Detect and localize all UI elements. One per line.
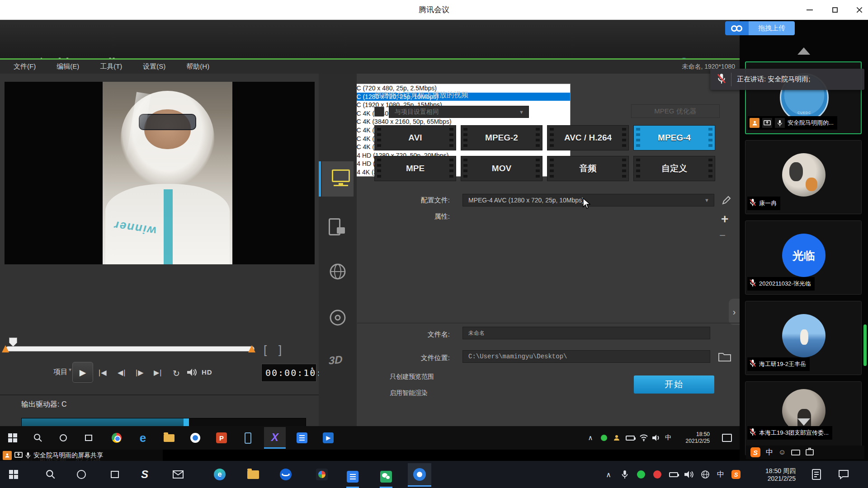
shared-edge-app[interactable]: e — [134, 429, 152, 447]
emoji-button[interactable]: ☺ — [778, 448, 786, 456]
shared-cortana-button[interactable] — [54, 429, 72, 447]
format-mpeg4[interactable]: MPEG-4 — [633, 125, 715, 150]
tray-notes[interactable] — [807, 465, 826, 483]
cortana-button[interactable] — [72, 465, 90, 483]
tray-music-app[interactable] — [648, 465, 666, 483]
mail-app[interactable] — [169, 465, 187, 483]
project-mode-dropdown-icon[interactable]: ▾ — [69, 366, 71, 373]
shared-powerpoint-app[interactable]: P — [212, 429, 231, 447]
skip-start-button[interactable]: |◀ — [99, 368, 107, 377]
add-profile-button[interactable]: + — [721, 212, 728, 226]
category-disc[interactable] — [329, 309, 347, 328]
browse-folder-icon[interactable] — [718, 351, 731, 362]
mark-in-button[interactable]: [ — [264, 343, 267, 357]
volume-button[interactable] — [187, 368, 197, 378]
maximize-button[interactable] — [828, 5, 842, 15]
same-as-project-checkbox[interactable] — [374, 107, 384, 117]
format-mpeg2[interactable]: MPEG-2 — [461, 125, 542, 150]
repeat-button[interactable]: ↻ — [173, 368, 180, 379]
participant-tile[interactable]: 海工研19-2王丰岳 — [745, 301, 862, 375]
shared-films-app[interactable]: ▶ — [319, 429, 337, 447]
start-button[interactable] — [5, 465, 23, 483]
search-button[interactable] — [42, 465, 60, 483]
shared-taskview-button[interactable] — [80, 429, 98, 447]
sogou-icon: S — [731, 470, 741, 479]
shared-start-button[interactable] — [4, 429, 22, 447]
windows-logo-icon — [8, 433, 17, 442]
same-as-project-dropdown[interactable]: 与项目设置相同 ▼ — [389, 106, 529, 118]
category-device[interactable] — [329, 218, 340, 235]
action-center-button[interactable] — [835, 465, 853, 483]
netdisk-app[interactable] — [277, 465, 295, 483]
remove-profile-button[interactable]: − — [719, 229, 726, 242]
timecode-up-icon[interactable]: ▲ — [310, 366, 314, 370]
format-audio[interactable]: 音频 — [547, 156, 629, 181]
frame-back-button[interactable]: ◀| — [118, 368, 126, 377]
clock[interactable]: 18:50 周四 2021/2/25 — [745, 467, 796, 483]
collapse-down-button[interactable] — [797, 426, 810, 434]
filename-field[interactable]: 未命名 — [462, 327, 710, 339]
keyboard-icon[interactable] — [791, 450, 800, 455]
participant-tile[interactable]: 康一冉 — [745, 140, 862, 214]
explorer-app[interactable] — [244, 465, 262, 483]
start-button[interactable]: 开始 — [634, 375, 714, 394]
tray-volume[interactable] — [680, 465, 698, 483]
participant-tile[interactable]: 光临 2020211032-张光临 — [745, 221, 862, 295]
shared-action-center[interactable] — [718, 429, 736, 447]
format-custom[interactable]: 自定义 — [633, 156, 715, 181]
timecode-display[interactable]: 00:00:10:01 ▲▼ — [261, 364, 316, 382]
skip-end-button[interactable]: ▶| — [154, 368, 162, 377]
tray-green-app[interactable] — [632, 465, 650, 483]
tray-sogou[interactable]: S — [727, 465, 745, 483]
shared-meeting-app[interactable] — [186, 429, 204, 447]
menu-file[interactable]: 文件(F) — [14, 62, 36, 71]
shared-docs-app[interactable] — [293, 429, 311, 447]
edit-profile-pencil-icon[interactable] — [721, 195, 732, 206]
ime-mode-toggle[interactable]: 中 — [766, 448, 773, 457]
play-button[interactable]: ▶ — [72, 362, 93, 383]
shared-chrome-app[interactable] — [108, 429, 126, 447]
toolbox-icon[interactable] — [806, 449, 814, 455]
mark-out-button[interactable]: ] — [278, 343, 282, 357]
shared-yourphone-app[interactable] — [239, 429, 257, 447]
close-button[interactable] — [853, 5, 866, 15]
drag-upload-button[interactable]: 拖拽上传 — [725, 21, 795, 35]
shared-clock[interactable]: 18:50 2021/2/25 — [675, 431, 710, 445]
timeline-track[interactable] — [5, 346, 255, 352]
tray-mic[interactable] — [616, 465, 634, 483]
hd-toggle[interactable]: HD — [202, 368, 212, 376]
photos-app[interactable] — [313, 465, 331, 483]
docs-app[interactable] — [344, 465, 362, 488]
menu-edit[interactable]: 编辑(E) — [57, 62, 79, 71]
timeline-marker[interactable] — [9, 338, 17, 347]
menu-tools[interactable]: 工具(T) — [100, 62, 122, 71]
frame-forward-button[interactable]: |▶ — [136, 368, 144, 377]
edge-app[interactable]: e — [211, 465, 229, 483]
collapse-up-button[interactable] — [797, 40, 810, 48]
meeting-app[interactable] — [408, 463, 431, 487]
sogou-app[interactable]: S — [136, 465, 154, 483]
menu-settings[interactable]: 设置(S) — [143, 62, 165, 71]
format-mpe[interactable]: MPE — [374, 156, 456, 181]
taskview-button[interactable] — [106, 465, 124, 483]
shared-videostudio-app[interactable]: X — [264, 427, 286, 449]
tray-chevron[interactable]: ∧ — [599, 465, 618, 483]
filepath-field[interactable]: C:\Users\mamingyu\Desktop\ — [462, 350, 710, 363]
minimize-button[interactable] — [803, 5, 816, 15]
panel-expand-handle[interactable]: › — [729, 299, 740, 325]
wechat-app[interactable] — [377, 465, 395, 488]
category-web[interactable] — [329, 263, 347, 282]
menu-help[interactable]: 帮助(H) — [186, 62, 209, 71]
mpeg-optimizer-button[interactable]: MPEG 优化器 — [631, 104, 720, 118]
format-avi[interactable]: AVI — [374, 125, 456, 150]
sogou-logo-icon[interactable]: S — [750, 447, 760, 457]
shared-explorer-app[interactable] — [160, 429, 178, 447]
format-mov[interactable]: MOV — [461, 156, 542, 181]
project-mode-label[interactable]: 项目 — [53, 367, 68, 377]
category-3d[interactable]: 3D — [329, 353, 343, 367]
timecode-down-icon[interactable]: ▼ — [310, 371, 314, 375]
sidebar-scrollbar-thumb[interactable] — [863, 324, 867, 366]
format-avc-h264[interactable]: AVC / H.264 — [547, 125, 629, 150]
shared-search-button[interactable] — [29, 429, 47, 447]
category-computer[interactable] — [322, 161, 354, 197]
